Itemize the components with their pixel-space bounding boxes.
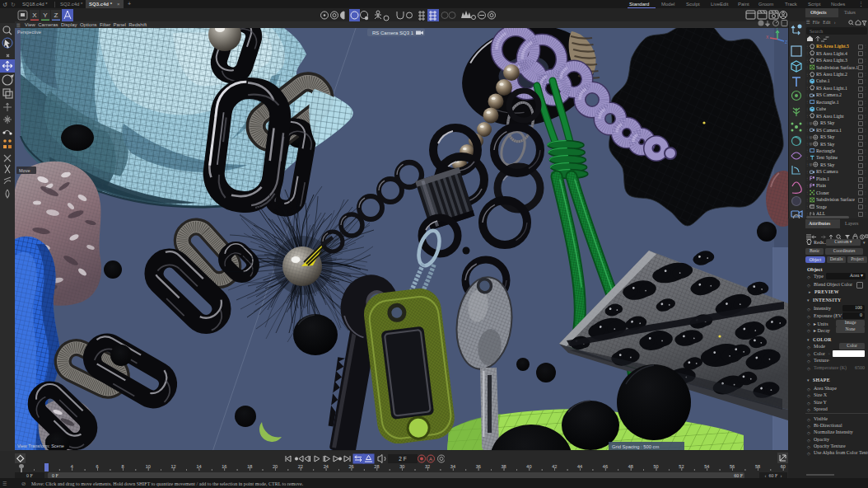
svg-text:Perspective: Perspective bbox=[17, 30, 41, 35]
svg-text:Move: Move bbox=[19, 168, 30, 173]
svg-text:Y: Y bbox=[43, 12, 48, 19]
svg-text:Z: Z bbox=[785, 40, 787, 45]
svg-text:Grid Spacing : 500 cm: Grid Spacing : 500 cm bbox=[612, 444, 660, 449]
svg-text:A: A bbox=[429, 457, 432, 462]
svg-text:X: X bbox=[32, 12, 37, 19]
svg-text:2 F: 2 F bbox=[399, 456, 406, 462]
svg-text:Z: Z bbox=[54, 12, 58, 19]
svg-text:RS Camera SQ3 1: RS Camera SQ3 1 bbox=[372, 30, 414, 35]
svg-text:View Transform: Scene: View Transform: Scene bbox=[17, 443, 64, 448]
